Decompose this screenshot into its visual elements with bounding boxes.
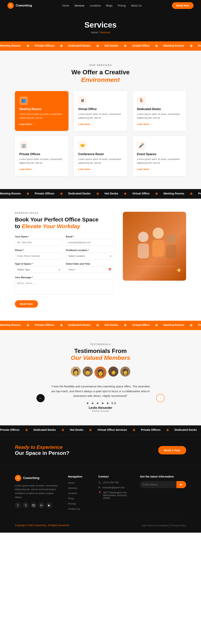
avatar-2[interactable]: 👨 <box>83 366 93 376</box>
nav-services[interactable]: Services <box>74 4 84 7</box>
footer-nav-services[interactable]: Services <box>68 487 77 490</box>
footer-nav-pricing[interactable]: Pricing <box>68 502 75 505</box>
services-title: We Offer a Creative Environment <box>15 68 186 84</box>
svg-point-2 <box>153 228 164 239</box>
book-now-button[interactable]: Book Now <box>15 300 38 308</box>
marquee-star: ✳ <box>61 428 64 432</box>
name-input[interactable] <box>15 239 62 246</box>
marquee-item: Dedicated Desks <box>68 323 91 328</box>
marquee-inner-3: Meeting Rooms ✳ Private Offices ✳ Dedica… <box>0 323 201 328</box>
form-group-date: Select Date and Time <box>66 262 114 273</box>
learn-more-link[interactable]: Lean more <box>137 168 153 170</box>
footer-nav-heading: Navigation <box>68 475 91 478</box>
youtube-icon[interactable]: ▶ <box>46 502 52 508</box>
cta-text: Ready to Experience Our Space in Person? <box>15 444 69 456</box>
footer-nav-faqs[interactable]: FAQs <box>68 497 74 500</box>
marquee-item: Dedicated Desks <box>68 44 91 48</box>
marquee-star: ✳ <box>124 323 127 328</box>
terms-link[interactable]: User Terms & Conditions <box>142 524 169 527</box>
marquee-item: Meeting Rooms <box>0 44 21 48</box>
nav-home[interactable]: Home <box>62 4 69 7</box>
avatar-1[interactable]: 👩 <box>71 366 81 376</box>
service-card-conference: 🤝 Conference Room Lorem ipsum dolor sit … <box>74 136 127 176</box>
next-testimonial-button[interactable]: → <box>156 394 165 402</box>
space-select-wrap: Select Type <box>15 266 62 273</box>
service-card-title: Virtual Office <box>78 108 123 111</box>
learn-more-link[interactable]: Lean more <box>78 123 94 126</box>
nav-pricing[interactable]: Pricing <box>118 4 126 7</box>
space-select[interactable]: Select Type <box>15 266 62 273</box>
test-title-italic: Our Valued Members <box>71 354 130 361</box>
marquee-star: ✳ <box>96 44 99 48</box>
services-section: OUR SERVICES We Offer a Creative Environ… <box>0 51 201 189</box>
service-card-desc: Lorem ipsum dolor sit amet, consectetur … <box>19 157 64 165</box>
contact-email-value: example@gmail.com <box>102 486 125 489</box>
breadcrumb-home[interactable]: Home <box>91 31 98 34</box>
star-4: ★ <box>101 402 104 405</box>
learn-more-link[interactable]: Lean more <box>19 168 35 170</box>
phone-label: Phone * <box>15 249 62 252</box>
marquee-star: ✳ <box>25 428 28 432</box>
brand-link[interactable]: Coworking <box>34 524 46 527</box>
footer-logo-text: Coworking <box>23 476 39 480</box>
breadcrumb: Home / Services <box>0 31 201 34</box>
marquee-star: ✳ <box>60 192 63 196</box>
footer-bottom: Copyright © 2024 Coworking . All Rights … <box>15 520 186 527</box>
testimonials-section: TESTIMONIALS Testimonials From Our Value… <box>0 330 201 425</box>
form-group-location: Proffered Location * Select Location <box>66 249 114 260</box>
date-input[interactable] <box>66 266 114 273</box>
form-row-space-date: Type of Space * Select Type Select Date … <box>15 262 114 273</box>
learn-more-link[interactable]: Lean more <box>78 168 94 170</box>
marquee-item: Hot Desks <box>105 323 118 328</box>
testimonials-title: Testimonials From Our Valued Members <box>15 348 186 361</box>
marquee-item: Private Offices <box>198 323 201 328</box>
phone-input[interactable] <box>15 252 62 260</box>
marquee-star: ✳ <box>60 44 63 48</box>
location-select[interactable]: Select Location <box>66 252 114 260</box>
newsletter-input[interactable] <box>140 481 177 488</box>
marquee-item: Meeting Rooms <box>0 323 21 328</box>
footer-legal-links: User Terms & Conditions | Privacy Policy <box>142 524 186 527</box>
logo-icon: C <box>7 2 14 9</box>
facebook-icon[interactable]: f <box>15 502 21 508</box>
date-input-wrap <box>66 266 114 273</box>
message-textarea[interactable] <box>15 280 114 294</box>
service-card-desc: Lorem ipsum dolor sit amet, consectetur … <box>19 112 64 120</box>
learn-more-link[interactable]: Lean more <box>19 123 35 126</box>
learn-more-link[interactable]: Lean more <box>137 123 153 126</box>
marquee-star: ✳ <box>190 192 193 196</box>
service-card-private: 🏢 Private Offices Lorem ipsum dolor sit … <box>15 136 68 176</box>
footer-logo: C Coworking <box>15 475 60 481</box>
twitter-icon[interactable]: 𝕏 <box>23 502 29 508</box>
linkedin-icon[interactable]: in <box>38 502 44 508</box>
star-3: ★ <box>96 402 99 405</box>
avatar-5[interactable]: 👩 <box>120 366 130 376</box>
list-item: Contact Us <box>68 507 91 510</box>
nav-about[interactable]: About Us <box>131 4 142 7</box>
services-title-line1: We Offer a Creative <box>71 68 130 76</box>
marquee-item: Private Offices <box>35 192 54 196</box>
service-card-desc: Lorem ipsum dolor sit amet, consectetur … <box>78 157 123 165</box>
newsletter-submit-button[interactable]: ► <box>177 481 186 488</box>
footer-grid: C Coworking Lorem ipsum dolor sit amet, … <box>15 475 186 512</box>
nav-blogs[interactable]: Blogs <box>106 4 112 7</box>
svg-point-0 <box>138 232 149 242</box>
privacy-link[interactable]: Privacy Policy <box>171 524 186 527</box>
nav-links: Home Services Locations Blogs Pricing Ab… <box>62 4 141 7</box>
copyright-label: Copyright © 2024 <box>15 524 34 527</box>
cta-line2: Our Space in Person? <box>15 450 69 456</box>
nav-book-button[interactable]: Book Now <box>172 2 194 9</box>
marquee-star: ✳ <box>96 323 99 328</box>
instagram-icon[interactable]: 📷 <box>30 502 36 508</box>
nav-locations[interactable]: Locations <box>90 4 101 7</box>
social-icons: f 𝕏 📷 in ▶ <box>15 502 60 508</box>
avatar-4[interactable]: 👩 <box>108 366 118 376</box>
footer-nav-home[interactable]: Home <box>68 482 74 484</box>
avatar-3-active[interactable]: 👩 <box>95 366 106 378</box>
email-input[interactable] <box>66 239 114 246</box>
footer-nav-location[interactable]: Location <box>68 492 77 495</box>
footer-nav-contact[interactable]: Contact Us <box>68 508 80 510</box>
prev-testimonial-button[interactable]: ← <box>36 394 45 402</box>
book-tour-button[interactable]: Book a Tour <box>158 446 186 454</box>
contact-address-value: 4827 Washington Ave, Manchester, Kentuck… <box>103 491 133 500</box>
